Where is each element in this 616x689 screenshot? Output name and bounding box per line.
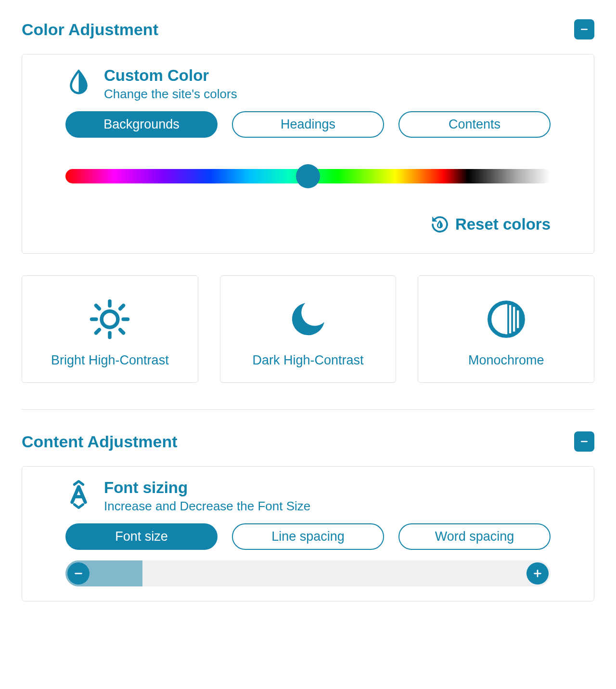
section-title-color: Color Adjustment [22,20,158,39]
minus-icon [579,25,589,34]
hue-slider[interactable] [65,164,551,188]
svg-line-8 [96,330,100,333]
preset-label: Dark High-Contrast [252,353,363,368]
custom-color-panel: Custom Color Change the site's colors Ba… [22,54,594,254]
custom-color-title: Custom Color [104,66,237,85]
reset-colors-label: Reset colors [455,215,551,234]
drop-icon [65,69,92,95]
tab-word-spacing[interactable]: Word spacing [398,523,551,550]
section-divider [22,409,594,410]
reset-icon [430,215,449,234]
svg-line-4 [96,306,100,309]
font-sizing-title: Font sizing [104,479,310,497]
moon-icon [286,298,330,341]
plus-icon [532,568,543,579]
tab-line-spacing[interactable]: Line spacing [232,523,384,550]
preset-bright-high-contrast[interactable]: Bright High-Contrast [22,275,198,383]
half-circle-icon [485,298,528,341]
font-size-icon [65,481,92,507]
tab-backgrounds[interactable]: Backgrounds [65,111,218,138]
collapse-content-section-button[interactable] [574,431,594,452]
tab-headings[interactable]: Headings [232,111,384,138]
sun-icon [88,298,131,341]
svg-line-5 [120,330,124,333]
preset-dark-high-contrast[interactable]: Dark High-Contrast [220,275,397,383]
font-sizing-panel: Font sizing Increase and Decrease the Fo… [22,466,594,601]
preset-label: Bright High-Contrast [51,353,169,368]
tab-font-size[interactable]: Font size [65,523,218,550]
increase-font-button[interactable] [526,562,549,585]
preset-monochrome[interactable]: Monochrome [418,275,594,383]
decrease-font-button[interactable] [67,562,90,585]
font-sizing-subtitle: Increase and Decrease the Font Size [104,499,310,514]
reset-colors-button[interactable]: Reset colors [430,215,551,234]
minus-icon [73,568,84,579]
collapse-color-section-button[interactable] [574,19,594,39]
section-title-content: Content Adjustment [22,432,178,451]
tab-contents[interactable]: Contents [398,111,551,138]
svg-point-1 [102,311,118,327]
minus-icon [579,437,589,446]
font-size-stepper [65,560,551,586]
custom-color-subtitle: Change the site's colors [104,87,237,102]
preset-label: Monochrome [468,353,544,368]
svg-line-9 [120,306,124,309]
hue-thumb[interactable] [296,164,320,188]
